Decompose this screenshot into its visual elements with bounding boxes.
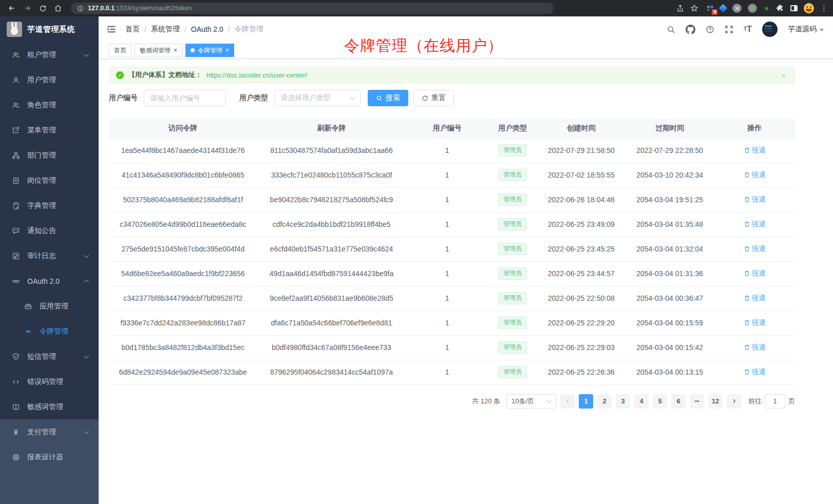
tab-1[interactable]: 敏感词管理× [135,44,182,57]
sidebar-item-post[interactable]: 岗位管理 [0,168,99,193]
sidebar-item-audit-log[interactable]: 审计日志 [0,243,99,268]
sidebar-item-role[interactable]: 角色管理 [0,92,99,118]
refresh-token-cell: 333ecfc71e02480cb11055c875c3ca0f [257,163,406,187]
search-button[interactable]: 搜索 [368,90,408,106]
tab-0[interactable]: 首页 [109,44,131,57]
browser-home-button[interactable] [51,2,65,15]
alert-close-icon[interactable]: × [781,71,788,80]
sidebar-item-user[interactable]: 用户管理 [0,67,99,92]
page-button-12[interactable]: 12 [708,394,723,409]
page-button-3[interactable]: 3 [616,394,630,409]
tab-close-icon[interactable]: × [174,47,177,53]
search-icon[interactable] [667,25,675,34]
sidebar-item-label: 错误码管理 [27,377,63,386]
page-button-5[interactable]: 5 [653,394,667,409]
site-info-icon[interactable] [77,5,84,12]
table-row: c347026e805e4d99b0d116eae66eda8ccdfc4ce9… [109,212,795,237]
record-extension-icon[interactable] [748,4,757,13]
user-type-cell: 管理员 [488,212,537,237]
sidebar-item-menu[interactable]: 菜单管理 [0,118,99,143]
sidebar-item-notice[interactable]: 通知公告 [0,218,99,243]
github-icon[interactable] [686,25,695,34]
sidebar-item-oauth2-app[interactable]: 应用管理 [0,294,99,319]
tab-close-icon[interactable]: × [225,47,229,53]
trash-icon [744,196,750,203]
doc-link[interactable]: https://doc.iocoder.cn/user-center/ [206,71,307,79]
goto-page-input[interactable] [765,394,785,409]
sidebar-item-sms[interactable]: 短信管理 [0,344,99,369]
success-check-icon: ✓ [116,71,124,79]
reset-button[interactable]: 重置 [413,90,454,106]
breadcrumb-item[interactable]: 首页 [125,25,140,34]
page-button-4[interactable]: 4 [634,394,649,409]
breadcrumb-item[interactable]: 系统管理 [151,25,180,34]
sidebar-item-dept[interactable]: 部门管理 [0,143,99,168]
access-token-cell: 6d842e2924594de9a09e45e087323abe [109,360,257,384]
user-type-select[interactable]: 请选择用户类型 [274,90,361,106]
force-logout-button[interactable]: 强退 [744,269,766,278]
browser-menu-icon[interactable]: ⋮ [820,4,828,13]
address-bar[interactable]: 127.0.0.1:1024/system/oauth2/token [71,3,554,14]
sidebar-item-report-designer[interactable]: 报表设计器 [0,444,99,470]
force-logout-button[interactable]: 强退 [744,343,766,352]
extension-badge-icon[interactable]: 9 [707,5,714,12]
user-id-input[interactable] [150,94,220,102]
breadcrumb-item: 令牌管理 [235,25,263,34]
share-icon[interactable] [676,5,684,12]
profile-avatar-emoji[interactable] [804,3,814,13]
force-logout-button[interactable]: 强退 [744,195,766,204]
force-logout-button[interactable]: 强退 [744,220,766,229]
browser-back-button[interactable] [5,2,18,15]
page-size-select[interactable]: 10条/页 [506,394,556,409]
bookmark-star-icon[interactable] [690,4,698,12]
created-time-cell: 2022-06-25 22:29:03 [537,335,626,360]
trash-icon [744,171,750,178]
user-menu[interactable]: 芋道源码 [788,25,824,34]
extensions-puzzle-icon[interactable] [776,4,784,12]
access-token-cell: c342377bf8b344799dcbf7bf095287f2 [109,286,257,311]
force-logout-button[interactable]: 强退 [744,367,766,377]
star-extension-icon[interactable]: ✶ [763,5,770,12]
force-logout-button[interactable]: 强退 [744,294,766,303]
browser-reload-button[interactable] [36,2,49,15]
page-button-2[interactable]: 2 [597,394,612,409]
browser-forward-button[interactable] [21,2,34,15]
breadcrumb-item[interactable]: OAuth 2.0 [191,25,223,33]
sidebar-item-error-code[interactable]: 错误码管理 [0,369,99,394]
user-id-input-wrap [144,90,226,106]
font-size-icon[interactable]: TT [744,25,752,33]
split-screen-icon[interactable] [790,5,798,11]
sidebar-item-label: 角色管理 [27,101,56,110]
page-button-6[interactable]: 6 [671,394,686,409]
force-logout-button[interactable]: 强退 [744,318,766,327]
sidebar-item-oauth2-token[interactable]: 令牌管理 [0,319,99,344]
app-logo[interactable]: 芋道管理系统 [0,16,99,42]
user-type-tag: 管理员 [498,267,527,280]
gem-extension-icon[interactable] [720,5,726,11]
goto-suffix: 页 [788,397,795,406]
refresh-token-cell: cdfc4ce9c2da4bb1bdf21b9918ff4be5 [257,212,406,237]
sidebar-item-oauth2[interactable]: OAuth 2.0 [0,268,99,294]
refresh-token-cell: dfa6c71a50a54c66bef706ef9e6e8d81 [257,311,406,335]
trash-icon [744,147,750,153]
tab-active-2[interactable]: 令牌管理× [185,44,234,57]
help-icon[interactable] [706,25,714,34]
refresh-token-cell: 811c530487574fa0af1a59d3abc1aa66 [257,138,406,163]
sidebar-item-sensitive-word[interactable]: 敏感词管理 [0,394,99,419]
page-ellipsis[interactable]: ••• [690,394,704,409]
sidebar-item-pay[interactable]: ¥支付管理 [0,419,99,444]
page-button-1[interactable]: 1 [579,394,593,409]
force-logout-button[interactable]: 强退 [744,146,766,155]
fullscreen-icon[interactable] [725,25,733,34]
sidebar-item-tenant[interactable]: 租户管理 [0,42,99,67]
prev-page-button[interactable] [560,394,575,409]
sidebar-item-dict[interactable]: 字典管理 [0,193,99,218]
sidebar-toggle-icon[interactable] [107,25,116,33]
action-cell: 强退 [714,138,795,163]
next-page-button[interactable] [727,394,741,409]
user-avatar[interactable] [762,22,778,37]
force-logout-button[interactable]: 强退 [744,170,766,180]
force-logout-button[interactable]: 强退 [744,244,766,254]
command-extension-icon[interactable]: ⌘ [732,4,742,13]
pay-icon: ¥ [11,428,21,436]
